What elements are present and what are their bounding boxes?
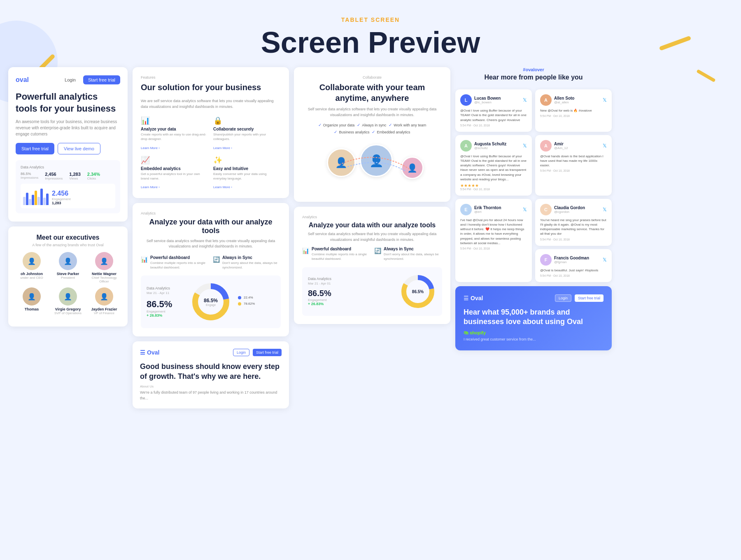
bar <box>32 195 34 205</box>
test-info-claudia: Claudia Gordon @cgordon <box>554 205 585 214</box>
dashboard2-desc: Combine multiple reports into a single b… <box>312 252 370 261</box>
analytics-label: Engagement <box>52 197 70 201</box>
feature-analyze: 📊 Analyze your data Create reports with … <box>141 116 208 150</box>
dashboard2-text: Powerful dashboard Combine multiple repo… <box>312 247 370 261</box>
sync-icon: 🔄 <box>213 256 220 263</box>
test-text-erik: I've had @Oval pro for about 24 hours no… <box>460 218 527 245</box>
shopify-icon: 🛍 <box>464 330 468 335</box>
test-header-augusta: A Augusta Schultz @schultz 𝕏 <box>460 140 527 152</box>
chart2-date: Mar 21 - Apr 01 <box>308 282 393 285</box>
sync-name: Always in Sync <box>222 255 281 260</box>
exec-name-3: Nettie Wagner <box>88 272 120 276</box>
twitter-icon-claudia: 𝕏 <box>603 207 607 212</box>
stat-label-2: Impressions <box>45 177 63 180</box>
collaborate-learn-more[interactable]: Learn More › <box>213 146 232 150</box>
collab-feat-5: ✓ Embedded analytics <box>372 130 410 134</box>
test-name-amir: Amir <box>554 142 568 146</box>
testimonial-lucas: L Lucas Bowen @lc_bowen 𝕏 @Oval I love u… <box>455 89 532 132</box>
analytics2-section-label: Analytics <box>302 215 442 219</box>
exec-avatar-5: 👤 <box>59 287 77 306</box>
column-3: Collaborate Collaborate with your team a… <box>294 67 450 408</box>
twitter-icon-lucas: 𝕏 <box>523 97 527 103</box>
page-title: Screen Preview <box>0 26 741 59</box>
collab-feat-label-1: Organize your data <box>323 123 355 127</box>
test-time-francis: 5:54 PM · Oct 10, 2018 <box>540 274 607 277</box>
donut-label-2: 86.5% <box>412 289 424 294</box>
feature-embedded-desc: Get a powerful analytics tool in your ow… <box>141 172 208 181</box>
stat-num: 86.5% <box>21 172 38 176</box>
test-handle-augusta: @schultz <box>474 146 506 150</box>
about-headline: Good business should know every step of … <box>140 362 282 381</box>
avatar-img-4: 👤 <box>23 287 41 306</box>
collab-avatar-2: 👤 <box>360 144 393 177</box>
checkmark-1: ✓ <box>318 123 322 127</box>
chart-title: Data Analytics <box>147 286 184 290</box>
test-text-lucas: @Oval I love using Buffer because of you… <box>460 108 527 122</box>
page-header: TABLET SCREEN Screen Preview <box>0 0 741 67</box>
analytics2-features: 📊 Powerful dashboard Combine multiple re… <box>302 247 442 261</box>
test-text-claudia: You've heard me sing your praises before… <box>540 218 607 236</box>
nav-buttons: Login Start free trial <box>61 75 120 84</box>
test-header-erik: E Erik Thornton @ert 𝕏 <box>460 204 527 215</box>
embedded-learn-more[interactable]: Learn More › <box>141 185 160 189</box>
easy-learn-more[interactable]: Learn More › <box>213 185 232 189</box>
checkmark-2: ✓ <box>357 123 360 127</box>
twitter-icon-erik: 𝕏 <box>523 207 527 212</box>
test-time-claudia: 5:54 PM · Oct 10, 2018 <box>540 238 607 241</box>
chart2-change: + 26.83% <box>308 302 393 306</box>
test-avatar-amir: A <box>540 140 552 152</box>
exec-item-6: 👤 Jayden Frazier VP of Finance <box>88 287 120 315</box>
collab-feat-label-4: Business analytics <box>339 130 369 134</box>
oval-promo-brand-name: Oval <box>471 295 483 301</box>
collab-feat-4: ✓ Business analytics <box>334 130 369 134</box>
oval-promo-nav-btns: Login Start free trial <box>555 294 604 302</box>
testimonials-header: #ovalover Hear more from people like you <box>455 67 612 89</box>
bar <box>37 197 40 205</box>
oval-promo-nav: ☰ Oval Login Start free trial <box>464 294 604 302</box>
analyze-learn-more[interactable]: Learn More › <box>141 146 160 150</box>
chart2-info: Data Analytics Mar 21 - Apr 01 86.5% Eng… <box>308 277 393 306</box>
about-login-button[interactable]: Login <box>233 349 249 356</box>
stat-views: 2,456 Impressions <box>45 172 63 180</box>
chart2-label: Engagement <box>308 298 393 302</box>
test-time-amir: 5:54 PM · Oct 10, 2018 <box>540 169 607 172</box>
big-number: 2.456 Engagement 1,283 <box>52 190 70 205</box>
exec-item-3: 👤 Nettie Wagner Chief Technology Officer <box>88 252 120 283</box>
chart2-title: Data Analytics <box>308 277 393 281</box>
analytics-num2: 1,283 <box>52 201 70 205</box>
avatar-img-5: 👤 <box>59 287 77 306</box>
twitter-icon-allen: 𝕏 <box>603 97 607 103</box>
stat-label-3: Views <box>69 177 81 180</box>
testimonial-francis: F Francis Goodman @fgman 𝕏 @Oval is beau… <box>535 249 612 282</box>
test-avatar-erik: E <box>460 204 472 215</box>
oval-promo-start-trial-button[interactable]: Start free trial <box>575 294 604 302</box>
main-content-grid: oval Login Start free trial Powerfull an… <box>0 67 741 408</box>
analytics-description: Self service data analytics software tha… <box>141 238 281 250</box>
test-text-allen: New @Oval for web is 🔥 #ovalove <box>540 108 607 113</box>
oval-promo-login-button[interactable]: Login <box>555 294 571 302</box>
sync-text: Always in Sync Don't worry about the dat… <box>222 255 281 270</box>
executives-grid: 👤 oh Johnston under and CEO 👤 Steve Park… <box>16 252 120 315</box>
stat-num-3: 1,283 <box>69 172 81 177</box>
collab-headline: Collaborate with your team anytime, anyw… <box>302 82 442 103</box>
exec-item-2: 👤 Steve Parker President <box>52 252 84 283</box>
feature-easy-desc: Easily converse with your data using eve… <box>213 172 281 181</box>
oval-promo-headline: Hear what 95,000+ brands and businesses … <box>464 308 604 327</box>
legend-label-1: 22.4% <box>244 296 275 299</box>
legend-item-2: 78.62% <box>238 302 275 306</box>
bar <box>40 189 43 205</box>
login-button[interactable]: Login <box>61 75 80 84</box>
test-info-allen: Allen Soto @al_allen <box>554 96 574 104</box>
hero-start-trial-button[interactable]: Start free trial <box>16 143 54 154</box>
exec-item-1: 👤 oh Johnston under and CEO <box>16 252 48 283</box>
test-info-erik: Erik Thornton @ert <box>474 205 501 214</box>
dashboard-icon: 📊 <box>141 256 148 263</box>
easy-icon: ✨ <box>213 156 281 165</box>
about-start-trial-button[interactable]: Start free trial <box>253 349 282 356</box>
about-brand: ☰ Oval <box>140 349 159 356</box>
stat-extra: 2.34% Clicks <box>87 172 100 180</box>
hero-view-demo-button[interactable]: View live demo <box>58 143 100 154</box>
hero-card: oval Login Start free trial Powerfull an… <box>8 67 128 222</box>
test-header-lucas: L Lucas Bowen @lc_bowen 𝕏 <box>460 94 527 106</box>
start-trial-button[interactable]: Start free trial <box>83 75 120 84</box>
